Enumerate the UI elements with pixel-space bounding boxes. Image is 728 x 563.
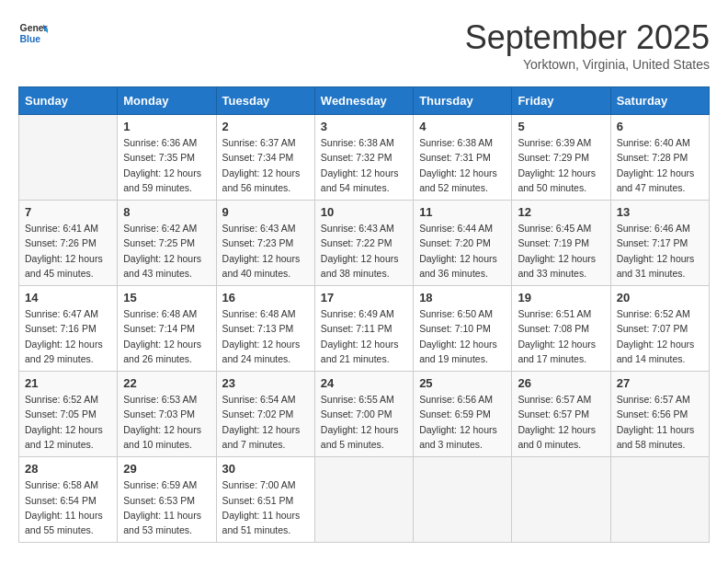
day-number: 18 bbox=[419, 291, 506, 304]
calendar-day-cell: 28 Sunrise: 6:58 AMSunset: 6:54 PMDaylig… bbox=[19, 457, 118, 543]
calendar-day-cell: 20 Sunrise: 6:52 AMSunset: 7:07 PMDaylig… bbox=[610, 286, 709, 372]
day-number: 17 bbox=[321, 291, 407, 304]
sun-info: Sunrise: 6:38 AMSunset: 7:31 PMDaylight:… bbox=[419, 137, 497, 193]
calendar-day-cell: 11 Sunrise: 6:44 AMSunset: 7:20 PMDaylig… bbox=[414, 201, 512, 286]
sun-info: Sunrise: 6:49 AMSunset: 7:11 PMDaylight:… bbox=[321, 308, 399, 364]
sun-info: Sunrise: 7:00 AMSunset: 6:51 PMDaylight:… bbox=[222, 479, 301, 535]
calendar-day-cell: 5 Sunrise: 6:39 AMSunset: 7:29 PMDayligh… bbox=[512, 115, 610, 201]
calendar-day-cell: 16 Sunrise: 6:48 AMSunset: 7:13 PMDaylig… bbox=[216, 286, 314, 372]
page-header: General Blue September 2025 Yorktown, Vi… bbox=[18, 18, 710, 72]
calendar-day-cell: 4 Sunrise: 6:38 AMSunset: 7:31 PMDayligh… bbox=[414, 115, 512, 201]
day-number: 15 bbox=[123, 291, 210, 304]
sun-info: Sunrise: 6:43 AMSunset: 7:23 PMDaylight:… bbox=[222, 223, 301, 279]
calendar-table: SundayMondayTuesdayWednesdayThursdayFrid… bbox=[18, 86, 710, 543]
sun-info: Sunrise: 6:57 AMSunset: 6:57 PMDaylight:… bbox=[518, 394, 596, 450]
sun-info: Sunrise: 6:51 AMSunset: 7:08 PMDaylight:… bbox=[518, 308, 596, 364]
sun-info: Sunrise: 6:39 AMSunset: 7:29 PMDaylight:… bbox=[518, 137, 596, 193]
calendar-day-cell: 19 Sunrise: 6:51 AMSunset: 7:08 PMDaylig… bbox=[512, 286, 610, 372]
calendar-day-cell: 8 Sunrise: 6:42 AMSunset: 7:25 PMDayligh… bbox=[118, 201, 216, 286]
calendar-day-cell: 6 Sunrise: 6:40 AMSunset: 7:28 PMDayligh… bbox=[610, 115, 709, 201]
day-number: 2 bbox=[222, 120, 309, 133]
calendar-week-row: 28 Sunrise: 6:58 AMSunset: 6:54 PMDaylig… bbox=[19, 457, 710, 543]
sun-info: Sunrise: 6:44 AMSunset: 7:20 PMDaylight:… bbox=[419, 223, 497, 279]
weekday-header-cell: Wednesday bbox=[314, 87, 413, 115]
weekday-header-cell: Sunday bbox=[19, 87, 118, 115]
weekday-header-cell: Monday bbox=[118, 87, 216, 115]
location-subtitle: Yorktown, Virginia, United States bbox=[465, 57, 710, 72]
sun-info: Sunrise: 6:47 AMSunset: 7:16 PMDaylight:… bbox=[25, 308, 103, 364]
sun-info: Sunrise: 6:52 AMSunset: 7:07 PMDaylight:… bbox=[617, 308, 695, 364]
day-number: 28 bbox=[25, 462, 111, 476]
day-number: 26 bbox=[518, 376, 604, 390]
day-number: 6 bbox=[617, 120, 703, 133]
calendar-day-cell: 1 Sunrise: 6:36 AMSunset: 7:35 PMDayligh… bbox=[118, 115, 216, 201]
calendar-day-cell: 15 Sunrise: 6:48 AMSunset: 7:14 PMDaylig… bbox=[118, 286, 216, 372]
weekday-header-cell: Thursday bbox=[414, 87, 512, 115]
logo-icon: General Blue bbox=[18, 18, 48, 48]
calendar-day-cell: 26 Sunrise: 6:57 AMSunset: 6:57 PMDaylig… bbox=[512, 372, 610, 457]
day-number: 20 bbox=[617, 291, 703, 304]
day-number: 8 bbox=[123, 205, 210, 219]
day-number: 16 bbox=[222, 291, 309, 304]
day-number: 1 bbox=[123, 120, 210, 133]
calendar-day-cell: 27 Sunrise: 6:57 AMSunset: 6:56 PMDaylig… bbox=[610, 372, 709, 457]
sun-info: Sunrise: 6:48 AMSunset: 7:13 PMDaylight:… bbox=[222, 308, 301, 364]
day-number: 27 bbox=[617, 376, 703, 390]
calendar-day-cell: 24 Sunrise: 6:55 AMSunset: 7:00 PMDaylig… bbox=[314, 372, 413, 457]
calendar-day-cell: 3 Sunrise: 6:38 AMSunset: 7:32 PMDayligh… bbox=[314, 115, 413, 201]
day-number: 19 bbox=[518, 291, 604, 304]
sun-info: Sunrise: 6:53 AMSunset: 7:03 PMDaylight:… bbox=[123, 394, 201, 450]
calendar-week-row: 14 Sunrise: 6:47 AMSunset: 7:16 PMDaylig… bbox=[19, 286, 710, 372]
sun-info: Sunrise: 6:41 AMSunset: 7:26 PMDaylight:… bbox=[25, 223, 103, 279]
sun-info: Sunrise: 6:48 AMSunset: 7:14 PMDaylight:… bbox=[123, 308, 201, 364]
calendar-day-cell: 21 Sunrise: 6:52 AMSunset: 7:05 PMDaylig… bbox=[19, 372, 118, 457]
calendar-day-cell: 13 Sunrise: 6:46 AMSunset: 7:17 PMDaylig… bbox=[610, 201, 709, 286]
calendar-day-cell: 14 Sunrise: 6:47 AMSunset: 7:16 PMDaylig… bbox=[19, 286, 118, 372]
calendar-day-cell: 9 Sunrise: 6:43 AMSunset: 7:23 PMDayligh… bbox=[216, 201, 314, 286]
calendar-day-cell: 7 Sunrise: 6:41 AMSunset: 7:26 PMDayligh… bbox=[19, 201, 118, 286]
calendar-day-cell bbox=[314, 457, 413, 543]
sun-info: Sunrise: 6:46 AMSunset: 7:17 PMDaylight:… bbox=[617, 223, 695, 279]
day-number: 7 bbox=[25, 205, 111, 219]
svg-text:Blue: Blue bbox=[20, 34, 41, 44]
day-number: 29 bbox=[123, 462, 210, 476]
weekday-header-row: SundayMondayTuesdayWednesdayThursdayFrid… bbox=[19, 87, 710, 115]
sun-info: Sunrise: 6:59 AMSunset: 6:53 PMDaylight:… bbox=[123, 479, 201, 535]
sun-info: Sunrise: 6:55 AMSunset: 7:00 PMDaylight:… bbox=[321, 394, 399, 450]
day-number: 14 bbox=[25, 291, 111, 304]
day-number: 21 bbox=[25, 376, 111, 390]
weekday-header-cell: Friday bbox=[512, 87, 610, 115]
sun-info: Sunrise: 6:50 AMSunset: 7:10 PMDaylight:… bbox=[419, 308, 497, 364]
day-number: 25 bbox=[419, 376, 506, 390]
calendar-day-cell: 12 Sunrise: 6:45 AMSunset: 7:19 PMDaylig… bbox=[512, 201, 610, 286]
title-block: September 2025 Yorktown, Virginia, Unite… bbox=[465, 18, 710, 72]
day-number: 3 bbox=[321, 120, 407, 133]
calendar-day-cell bbox=[19, 115, 118, 201]
calendar-week-row: 7 Sunrise: 6:41 AMSunset: 7:26 PMDayligh… bbox=[19, 201, 710, 286]
calendar-day-cell bbox=[610, 457, 709, 543]
calendar-day-cell: 23 Sunrise: 6:54 AMSunset: 7:02 PMDaylig… bbox=[216, 372, 314, 457]
day-number: 24 bbox=[321, 376, 407, 390]
day-number: 23 bbox=[222, 376, 309, 390]
sun-info: Sunrise: 6:40 AMSunset: 7:28 PMDaylight:… bbox=[617, 137, 695, 193]
sun-info: Sunrise: 6:58 AMSunset: 6:54 PMDaylight:… bbox=[25, 479, 103, 535]
day-number: 13 bbox=[617, 205, 703, 219]
calendar-day-cell: 2 Sunrise: 6:37 AMSunset: 7:34 PMDayligh… bbox=[216, 115, 314, 201]
day-number: 4 bbox=[419, 120, 506, 133]
month-title: September 2025 bbox=[465, 18, 710, 57]
sun-info: Sunrise: 6:37 AMSunset: 7:34 PMDaylight:… bbox=[222, 137, 301, 193]
sun-info: Sunrise: 6:56 AMSunset: 6:59 PMDaylight:… bbox=[419, 394, 497, 450]
calendar-day-cell: 18 Sunrise: 6:50 AMSunset: 7:10 PMDaylig… bbox=[414, 286, 512, 372]
calendar-day-cell: 30 Sunrise: 7:00 AMSunset: 6:51 PMDaylig… bbox=[216, 457, 314, 543]
calendar-day-cell: 22 Sunrise: 6:53 AMSunset: 7:03 PMDaylig… bbox=[118, 372, 216, 457]
day-number: 22 bbox=[123, 376, 210, 390]
day-number: 11 bbox=[419, 205, 506, 219]
sun-info: Sunrise: 6:52 AMSunset: 7:05 PMDaylight:… bbox=[25, 394, 103, 450]
day-number: 10 bbox=[321, 205, 407, 219]
calendar-day-cell bbox=[414, 457, 512, 543]
sun-info: Sunrise: 6:57 AMSunset: 6:56 PMDaylight:… bbox=[617, 394, 695, 450]
calendar-body: 1 Sunrise: 6:36 AMSunset: 7:35 PMDayligh… bbox=[19, 115, 710, 543]
calendar-day-cell bbox=[512, 457, 610, 543]
sun-info: Sunrise: 6:45 AMSunset: 7:19 PMDaylight:… bbox=[518, 223, 596, 279]
sun-info: Sunrise: 6:43 AMSunset: 7:22 PMDaylight:… bbox=[321, 223, 399, 279]
